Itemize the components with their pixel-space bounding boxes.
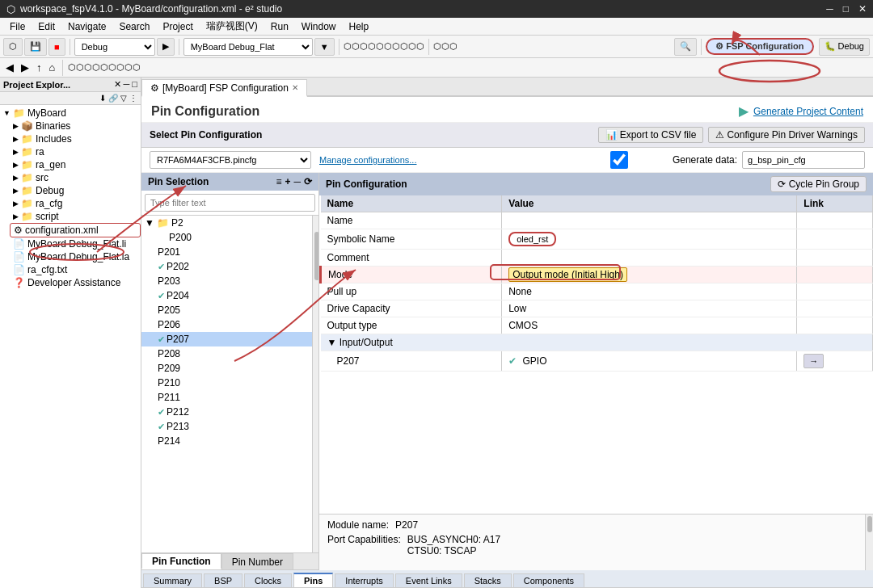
ps-item-p204[interactable]: ✔ P204	[141, 288, 312, 303]
fn-tab-number[interactable]: Pin Number	[221, 553, 293, 569]
maximize-btn[interactable]: □	[843, 3, 849, 15]
sidebar-collapse-btn[interactable]: ✕	[114, 79, 121, 90]
menu-window[interactable]: Window	[295, 19, 343, 34]
sub-tab-pins[interactable]: Pins	[293, 573, 333, 587]
export-csv-btn[interactable]: 📊 Export to CSV file	[598, 127, 704, 143]
t2-back[interactable]: ◀	[3, 61, 16, 74]
generate-project-btn[interactable]: Generate Project Content	[753, 106, 863, 117]
ps-item-p211[interactable]: P211	[141, 390, 312, 405]
ps-item-p210[interactable]: P210	[141, 376, 312, 390]
sidebar-filter[interactable]: ▽	[120, 94, 127, 103]
menu-navigate[interactable]: Navigate	[61, 19, 112, 34]
menu-edit[interactable]: Edit	[32, 19, 61, 34]
mode-value[interactable]: Output mode (Initial High)	[502, 267, 797, 284]
close-btn[interactable]: ✕	[858, 3, 867, 15]
tree-item-ra-gen[interactable]: ▶ 📁 ra_gen	[10, 158, 141, 171]
sub-tab-event-links[interactable]: Event Links	[395, 573, 462, 587]
p207-value[interactable]: ✔ GPIO	[502, 351, 797, 372]
tree-item-developer-assistance[interactable]: ❓ Developer Assistance	[10, 276, 141, 289]
ps-icon3[interactable]: ─	[293, 176, 301, 187]
tree-item-script[interactable]: ▶ 📁 script	[10, 210, 141, 223]
ps-icon2[interactable]: +	[285, 176, 290, 187]
configure-warnings-btn[interactable]: ⚠ Configure Pin Driver Warnings	[708, 127, 865, 143]
menu-run[interactable]: Run	[264, 19, 295, 34]
menu-search[interactable]: Search	[112, 19, 156, 34]
t2-forward[interactable]: ▶	[19, 61, 32, 74]
generate-data-input[interactable]	[742, 151, 865, 169]
ps-icon4[interactable]: ⟳	[304, 176, 312, 187]
manage-configs-link[interactable]: Manage configurations...	[319, 155, 416, 165]
tree-item-binaries[interactable]: ▶ 📦 Binaries	[10, 120, 141, 132]
tree-item-ra-cfg-txt[interactable]: 📄 ra_cfg.txt	[10, 263, 141, 276]
generate-data-checkbox[interactable]	[571, 151, 668, 169]
sidebar-maximize-btn[interactable]: □	[132, 79, 137, 90]
t2-up[interactable]: ↑	[34, 61, 44, 74]
cycle-pin-group-btn[interactable]: ⟳ Cycle Pin Group	[770, 176, 867, 192]
sub-tab-stacks[interactable]: Stacks	[464, 573, 512, 587]
tree-item-debug-flat-li[interactable]: 📄 MyBoard Debug_Flat.li	[10, 237, 141, 250]
sub-tab-summary[interactable]: Summary	[143, 573, 202, 587]
ps-item-p207[interactable]: ✔ P207	[141, 332, 312, 346]
debug-select[interactable]: Debug	[74, 38, 155, 56]
toolbar-search-btn[interactable]: 🔍	[674, 38, 697, 56]
pin-filter-input[interactable]	[145, 194, 315, 212]
window-controls[interactable]: ─ □ ✕	[826, 3, 867, 15]
minimize-btn[interactable]: ─	[826, 3, 833, 15]
tree-item-debug-flat-la[interactable]: 📄 MyBoard Debug_Flat.la	[10, 250, 141, 263]
ps-item-p206[interactable]: P206	[141, 317, 312, 332]
ps-item-p212[interactable]: ✔ P212	[141, 405, 312, 419]
board-select[interactable]: MyBoard Debug_Flat	[183, 38, 313, 56]
ps-item-p213[interactable]: ✔ P213	[141, 419, 312, 434]
fsp-config-btn[interactable]: ⚙ FSP Configuration	[706, 38, 813, 55]
sub-tab-components[interactable]: Components	[513, 573, 584, 587]
sidebar-link[interactable]: 🔗	[108, 94, 118, 103]
menu-view[interactable]: 瑞萨视图(V)	[200, 18, 264, 35]
comment-value[interactable]	[502, 250, 797, 267]
sub-tab-interrupts[interactable]: Interrupts	[335, 573, 393, 587]
tree-item-includes[interactable]: ▶ 📁 Includes	[10, 132, 141, 145]
toolbar-board-btn[interactable]: ▼	[314, 38, 335, 56]
tree-item-ra[interactable]: ▶ 📁 ra	[10, 145, 141, 158]
ps-item-p202[interactable]: ✔ P202	[141, 259, 312, 274]
tree-item-config-xml[interactable]: ⚙ configuration.xml	[10, 223, 141, 237]
menu-help[interactable]: Help	[343, 19, 376, 34]
sidebar-collapse-all[interactable]: ⬇	[99, 94, 106, 103]
ps-item-p208[interactable]: P208	[141, 346, 312, 361]
ps-item-p209[interactable]: P209	[141, 361, 312, 376]
tree-item-src[interactable]: ▶ 📁 src	[10, 171, 141, 184]
ps-item-p200[interactable]: P200	[141, 230, 312, 245]
ps-item-p214[interactable]: P214	[141, 434, 312, 448]
symbolic-name-value[interactable]: oled_rst	[502, 229, 797, 250]
drive-capacity-value[interactable]: Low	[502, 300, 797, 317]
row-name-value[interactable]	[502, 212, 797, 229]
fsp-config-tab[interactable]: ⚙ [MyBoard] FSP Configuration ✕	[141, 79, 307, 97]
sub-tab-bsp[interactable]: BSP	[204, 573, 242, 587]
ps-item-p2[interactable]: ▼ 📁 P2	[141, 216, 312, 230]
sidebar-minimize-btn[interactable]: ─	[124, 79, 130, 90]
info-scrollbar[interactable]	[865, 514, 873, 570]
toolbar-new-btn[interactable]: ⬡	[3, 38, 23, 56]
output-type-value[interactable]: CMOS	[502, 317, 797, 334]
t2-home[interactable]: ⌂	[47, 61, 58, 74]
toolbar-save-btn[interactable]: 💾	[24, 38, 47, 56]
menu-file[interactable]: File	[3, 19, 32, 34]
pin-scrollbar-thumb[interactable]	[314, 232, 318, 280]
toolbar-debug2-btn[interactable]: 🐛 Debug	[819, 38, 870, 56]
p207-link[interactable]: →	[797, 351, 873, 372]
fn-tab-function[interactable]: Pin Function	[141, 553, 221, 569]
ps-item-p203[interactable]: P203	[141, 274, 312, 288]
tree-item-debug[interactable]: ▶ 📁 Debug	[10, 184, 141, 197]
menu-project[interactable]: Project	[156, 19, 199, 34]
ps-icon1[interactable]: ≡	[276, 176, 281, 187]
tab-close-btn[interactable]: ✕	[292, 83, 298, 92]
ps-item-p201[interactable]: P201	[141, 245, 312, 259]
p207-link-btn[interactable]: →	[803, 354, 824, 368]
sidebar-menu[interactable]: ⋮	[129, 94, 137, 103]
pin-scrollbar[interactable]	[312, 216, 318, 552]
ps-item-p205[interactable]: P205	[141, 303, 312, 317]
tree-item-myboard[interactable]: ▼ 📁 MyBoard	[0, 107, 141, 120]
pullup-value[interactable]: None	[502, 284, 797, 300]
toolbar-stop-btn[interactable]: ■	[48, 38, 65, 56]
sub-tab-clocks[interactable]: Clocks	[244, 573, 292, 587]
pincfg-select[interactable]: R7FA6M4AF3CFB.pincfg	[150, 151, 311, 169]
